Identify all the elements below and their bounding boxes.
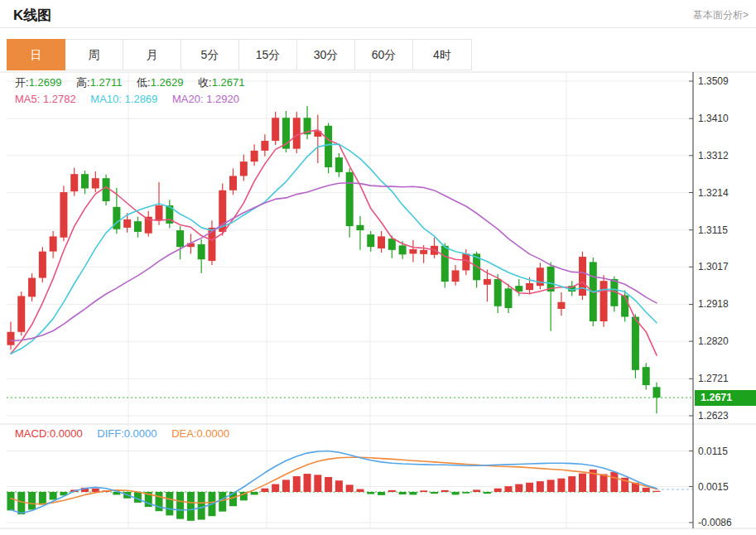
svg-text:1.3410: 1.3410: [698, 113, 729, 124]
high-label: 高:: [76, 76, 90, 89]
page-title: K线图: [13, 6, 51, 25]
svg-text:1.3312: 1.3312: [698, 150, 729, 161]
svg-text:1.2820: 1.2820: [698, 335, 729, 347]
high-value: 1.2711: [90, 76, 123, 89]
tab-15min[interactable]: 15分: [239, 40, 297, 70]
tab-4hour[interactable]: 4时: [413, 40, 471, 70]
ma5-value: 1.2782: [43, 93, 76, 105]
tab-day[interactable]: 日: [7, 39, 65, 70]
svg-text:1.3115: 1.3115: [698, 224, 728, 236]
tab-week[interactable]: 周: [65, 40, 123, 70]
close-label: 收:: [198, 76, 212, 89]
macd-value: MACD:0.0000: [15, 427, 83, 440]
low-label: 低:: [137, 76, 151, 89]
macd-readout: MACD:0.0000 DIFF:0.0000 DEA:0.0000: [15, 427, 241, 440]
svg-text:0.0115: 0.0115: [698, 446, 728, 457]
svg-text:1.3509: 1.3509: [698, 75, 729, 87]
ma20-value: 1.2920: [206, 93, 239, 105]
svg-text:1.2721: 1.2721: [698, 373, 729, 384]
ma10-label: MA10:: [90, 93, 122, 105]
diff-value: DIFF:0.0000: [97, 427, 156, 440]
ma5-label: MA5:: [15, 93, 40, 105]
current-price-badge: 1.2671: [695, 390, 756, 406]
kline-widget: 1.35091.34101.33121.32141.31151.30171.29…: [0, 0, 756, 535]
open-label: 开:: [15, 76, 29, 89]
tab-month[interactable]: 月: [123, 40, 181, 70]
svg-text:1.3214: 1.3214: [698, 187, 729, 199]
svg-text:1.2623: 1.2623: [698, 410, 729, 422]
dea-value: DEA:0.0000: [171, 427, 229, 440]
low-value: 1.2629: [151, 76, 184, 89]
interval-tabbar: 日 周 月 5分 15分 30分 60分 4时: [7, 39, 472, 70]
fundamental-analysis-link[interactable]: 基本面分析>: [693, 8, 749, 22]
svg-text:0.0015: 0.0015: [698, 481, 729, 493]
tab-5min[interactable]: 5分: [181, 40, 239, 70]
tab-30min[interactable]: 30分: [297, 40, 355, 70]
ma20-label: MA20:: [172, 93, 204, 105]
open-value: 1.2699: [29, 76, 62, 89]
ma10-value: 1.2869: [125, 93, 158, 105]
ma-readout: MA5: 1.2782 MA10: 1.2869 MA20: 1.2920: [15, 93, 251, 105]
svg-text:1.3017: 1.3017: [698, 261, 729, 272]
header-divider: [0, 27, 756, 28]
tab-60min[interactable]: 60分: [355, 40, 413, 70]
close-value: 1.2671: [212, 76, 245, 89]
ohlc-readout: 开:1.2699 高:1.2711 低:1.2629 收:1.2671: [15, 75, 256, 90]
svg-text:-0.0086: -0.0086: [698, 517, 732, 528]
svg-text:1.2918: 1.2918: [698, 298, 729, 310]
